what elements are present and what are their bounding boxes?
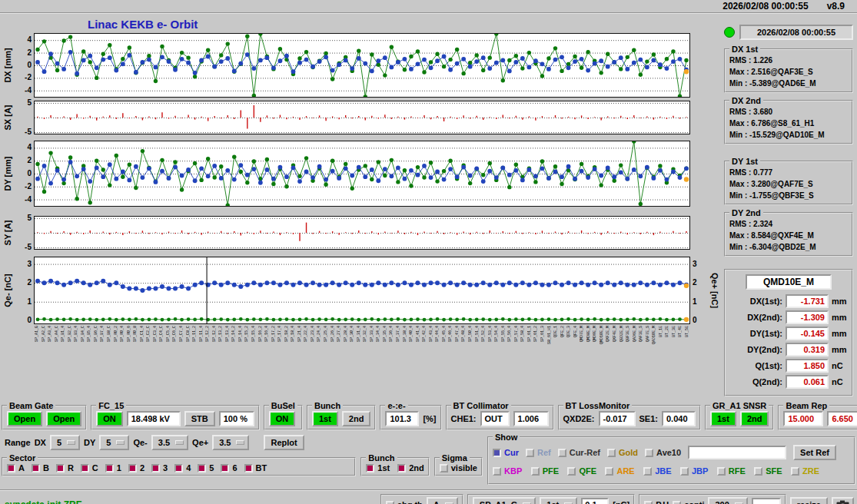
fc15-stb-button[interactable]: STB (184, 411, 215, 426)
checkbox-icon[interactable] (244, 464, 253, 472)
checkbox-icon[interactable] (644, 501, 653, 504)
toggle-show-cur[interactable]: Cur (493, 448, 519, 457)
qe-plot-area[interactable] (34, 257, 690, 324)
checkbox-icon[interactable] (105, 464, 114, 472)
threshold-input[interactable] (581, 498, 609, 504)
toggle-show-sfe[interactable]: SFE (754, 466, 782, 476)
toggle-show-ref[interactable]: Ref (526, 448, 551, 457)
aux-input[interactable] (752, 498, 781, 504)
checkbox-icon[interactable] (174, 464, 183, 472)
bpm-select[interactable]: SP_A1_G (473, 497, 536, 504)
checkbox-icon[interactable] (526, 449, 534, 457)
set-ref-button[interactable]: Set Ref (793, 445, 836, 460)
toggle-show-rfe[interactable]: RFE (717, 466, 746, 476)
checkbox-icon[interactable] (221, 464, 229, 472)
toggle-bunch-2nd[interactable]: 2nd (397, 463, 424, 472)
checkbox-icon[interactable] (558, 449, 566, 457)
checkbox-icon[interactable] (567, 467, 576, 476)
range-dx-select[interactable]: 5 (50, 435, 80, 450)
toggle-sector-4[interactable]: 4 (174, 463, 191, 472)
toggle-sector-b[interactable]: B (32, 463, 49, 472)
dx-plot-area[interactable] (34, 33, 690, 98)
toggle-show-pfe[interactable]: PFE (531, 466, 559, 476)
beam-gate-open-2-button[interactable]: Open (46, 411, 81, 426)
toggle-show-gold[interactable]: Gold (607, 448, 638, 457)
ref-name-input[interactable] (688, 446, 786, 459)
busel-on-button[interactable]: ON (269, 411, 296, 426)
dy-plot-area[interactable] (34, 141, 690, 207)
range-dy-select[interactable]: 5 (99, 435, 129, 450)
bpm-label: QAD6E_M (633, 326, 637, 342)
checkbox-icon[interactable] (198, 464, 206, 472)
checkbox-icon[interactable] (440, 464, 448, 472)
toggle-show-jbe[interactable]: JBE (643, 466, 671, 476)
checkbox-icon[interactable] (791, 467, 799, 476)
bpm-label: SP_R0_2 (114, 326, 118, 342)
checkbox-icon[interactable] (680, 467, 689, 476)
toggle-sector-3[interactable]: 3 (151, 463, 168, 472)
range-qep-select[interactable]: 3.5 (212, 435, 249, 450)
checkbox-icon[interactable] (643, 467, 652, 476)
bpm-label: QMD10E_M (600, 326, 604, 344)
che1-state-display: OUT (480, 411, 510, 426)
checkbox-icon[interactable] (754, 467, 762, 476)
sx-plot-area[interactable] (34, 101, 690, 134)
toggle-bunch-1st[interactable]: 1st (366, 463, 390, 472)
checkbox-icon[interactable] (81, 464, 89, 472)
checkbox-icon[interactable] (151, 464, 160, 472)
checkbox-icon[interactable] (128, 464, 137, 472)
sy-plot-area[interactable] (34, 216, 690, 250)
toggle-show-cur-ref[interactable]: Cur-Ref (558, 448, 600, 457)
toggle-sector-bt[interactable]: BT (244, 463, 267, 472)
beam-gate-open-1-button[interactable]: Open (7, 411, 42, 426)
bunch-select[interactable]: 1st (540, 497, 577, 504)
checkbox-icon[interactable] (493, 449, 501, 457)
bpm-label: QBF3E_S (626, 326, 630, 342)
toggle-ph[interactable]: P.H (644, 500, 669, 504)
points-select[interactable]: 300 (708, 497, 747, 504)
toggle-sector-1[interactable]: 1 (105, 463, 121, 472)
resize-button[interactable]: resize (790, 497, 828, 504)
snapshot-button[interactable] (832, 497, 854, 504)
checkbox-icon[interactable] (7, 464, 15, 472)
dy-right-gutter (690, 141, 721, 207)
qe-yticks: 3210 (14, 257, 34, 324)
toggle-show-qfe[interactable]: QFE (567, 466, 596, 476)
toggle-show-jbp[interactable]: JBP (680, 466, 708, 476)
toggle-sector-6[interactable]: 6 (221, 463, 237, 472)
checkbox-icon[interactable] (386, 501, 394, 504)
range-qem-select[interactable]: 3.5 (151, 435, 188, 450)
sigma-group: Sigma visible (434, 453, 483, 476)
toggle-sector-2[interactable]: 2 (128, 463, 144, 472)
checkbox-icon[interactable] (717, 467, 726, 476)
checkbox-icon[interactable] (673, 501, 681, 504)
toggle-show-kbp[interactable]: KBP (493, 466, 522, 476)
gr-a1-2nd-button[interactable]: 2nd (740, 411, 769, 426)
toggle-conti[interactable]: conti (673, 500, 704, 504)
bunch-2nd-button[interactable]: 2nd (342, 411, 371, 426)
checkbox-icon[interactable] (366, 464, 374, 472)
toggle-show-are[interactable]: ARE (605, 466, 634, 476)
checkbox-icon[interactable] (397, 464, 406, 472)
gr-a1-1st-button[interactable]: 1st (710, 411, 736, 426)
toggle-chg-th[interactable]: chg th (386, 500, 423, 504)
toggle-sector-r[interactable]: R (56, 463, 74, 472)
fc15-on-button[interactable]: ON (96, 411, 123, 426)
toggle-show-ave10[interactable]: Ave10 (645, 448, 681, 457)
bunch-1st-button[interactable]: 1st (312, 411, 338, 426)
replot-button[interactable]: Replot (264, 435, 304, 450)
toggle-sector-c[interactable]: C (81, 463, 98, 472)
checkbox-icon[interactable] (32, 464, 40, 472)
checkbox-icon[interactable] (56, 464, 65, 472)
toggle-sector-a[interactable]: A (7, 463, 25, 472)
sector-letter-select[interactable]: A (427, 497, 458, 504)
toggle-sigma-visible[interactable]: visible (440, 463, 477, 472)
checkbox-icon[interactable] (531, 467, 540, 476)
checkbox-icon[interactable] (645, 449, 653, 457)
toggle-show-zre[interactable]: ZRE (791, 466, 819, 476)
checkbox-icon[interactable] (605, 467, 613, 476)
checkbox-icon[interactable] (607, 449, 616, 457)
bpm-label: BT_2E (665, 326, 669, 337)
checkbox-icon[interactable] (493, 467, 501, 476)
toggle-sector-5[interactable]: 5 (198, 463, 214, 472)
